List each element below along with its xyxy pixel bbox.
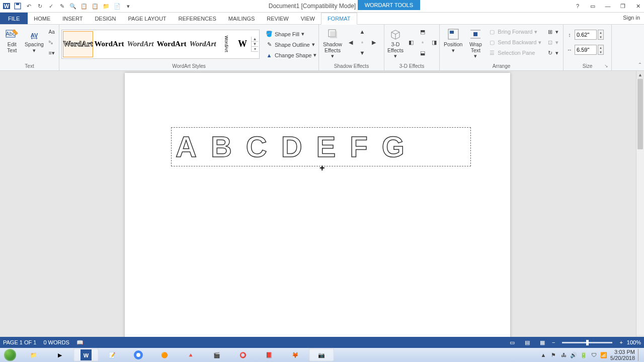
tilt-down-icon[interactable]: ⬓ <box>417 48 428 58</box>
app-icon[interactable]: 🎬 <box>204 348 229 361</box>
word-icon[interactable]: W <box>2 2 11 11</box>
zoom-level[interactable]: 100% <box>627 339 641 345</box>
redo-icon[interactable]: ↻ <box>35 2 44 11</box>
show-desktop-button[interactable] <box>638 349 642 361</box>
chrome-icon[interactable] <box>126 348 151 361</box>
scroll-up-icon[interactable]: ▲ <box>636 71 644 79</box>
zoom-slider[interactable] <box>562 342 612 343</box>
help-icon[interactable]: ? <box>574 2 582 10</box>
qat-icon[interactable]: 📋 <box>79 2 89 11</box>
width-spinner[interactable]: ▲▼ <box>598 45 604 55</box>
even-height-button[interactable]: Aa <box>47 27 57 37</box>
app-icon[interactable]: 📝 <box>100 348 125 361</box>
rotate-button[interactable]: ↻▾ <box>544 48 560 58</box>
qat-icon[interactable]: ✎ <box>57 2 66 11</box>
mediaplayer-icon[interactable]: ▶ <box>47 348 72 361</box>
3d-effects-button[interactable]: 3-D Effects ▾ <box>386 26 405 60</box>
gallery-down-icon[interactable]: ▼ <box>252 42 258 47</box>
tab-review[interactable]: REVIEW <box>261 13 294 24</box>
nudge-center-icon[interactable]: ◦ <box>357 37 368 47</box>
tab-insert[interactable]: INSERT <box>56 13 89 24</box>
tab-references[interactable]: REFERENCES <box>173 13 222 24</box>
tab-file[interactable]: FILE <box>0 13 28 24</box>
gallery-item[interactable]: WordArt <box>94 31 124 57</box>
word-count[interactable]: 0 WORDS <box>43 339 69 345</box>
tab-view[interactable]: VIEW <box>295 13 321 24</box>
ribbon-display-icon[interactable]: ▭ <box>589 2 597 10</box>
gallery-item[interactable]: WordArt <box>63 31 93 57</box>
position-button[interactable]: Position ▾ <box>442 26 464 54</box>
bring-forward-button[interactable]: ▢Bring Forward▾ <box>487 27 543 37</box>
shadow-effects-button[interactable]: Shadow Effects ▾ <box>321 26 344 60</box>
gallery-item[interactable]: WordArt <box>188 31 218 57</box>
app-icon[interactable]: 🟠 <box>152 348 177 361</box>
nudge-left-icon[interactable]: ◀ <box>345 37 356 47</box>
flag-icon[interactable]: ⚑ <box>550 351 557 358</box>
document-area[interactable]: A B C D E F G + <box>0 71 636 343</box>
vertical-scrollbar[interactable]: ▲ ▼ <box>636 71 644 343</box>
nudge-down-icon[interactable]: ▼ <box>357 48 368 58</box>
explorer-icon[interactable]: 📁 <box>21 348 46 361</box>
collapse-ribbon-icon[interactable]: ˆ <box>639 62 641 69</box>
firefox-icon[interactable]: 🦊 <box>283 348 308 361</box>
scroll-thumb[interactable] <box>637 79 643 149</box>
tilt-center-icon[interactable]: ◦ <box>417 37 428 47</box>
gallery-item[interactable]: WordArt <box>125 31 155 57</box>
network-icon[interactable]: 🖧 <box>560 351 567 358</box>
shield-icon[interactable]: 🛡 <box>590 351 597 358</box>
page-indicator[interactable]: PAGE 1 OF 1 <box>3 339 36 345</box>
height-input[interactable]: 0.62" <box>575 30 597 40</box>
gallery-item[interactable]: WordArt <box>219 31 234 57</box>
shape-outline-button[interactable]: ✎Shape Outline▾ <box>264 40 318 50</box>
change-shape-button[interactable]: ▲Change Shape▾ <box>264 50 318 60</box>
wifi-icon[interactable]: 📶 <box>600 351 607 358</box>
tilt-up-icon[interactable]: ⬒ <box>417 27 428 37</box>
tab-page-layout[interactable]: PAGE LAYOUT <box>122 13 173 24</box>
save-icon[interactable] <box>13 2 22 11</box>
qat-icon[interactable]: 🔍 <box>68 2 77 11</box>
read-mode-icon[interactable]: ▭ <box>507 338 518 346</box>
nudge-up-icon[interactable]: ▲ <box>357 27 368 37</box>
gallery-more-icon[interactable]: ▾ <box>252 47 258 52</box>
clock[interactable]: 3:03 PM 5/20/2018 <box>610 349 635 361</box>
tab-design[interactable]: DESIGN <box>89 13 122 24</box>
opera-icon[interactable]: ⭕ <box>230 348 256 361</box>
shape-fill-button[interactable]: 🪣Shape Fill▾ <box>264 29 318 39</box>
proofing-icon[interactable]: 📖 <box>76 339 84 346</box>
vlc-icon[interactable]: 🔺 <box>178 348 203 361</box>
print-layout-icon[interactable]: ▤ <box>522 338 533 346</box>
maximize-icon[interactable]: ❐ <box>619 2 627 10</box>
sign-in-link[interactable]: Sign in <box>623 15 640 21</box>
qat-icon[interactable]: 📄 <box>113 2 122 11</box>
height-spinner[interactable]: ▲▼ <box>598 30 604 40</box>
volume-icon[interactable]: 🔊 <box>570 351 577 358</box>
zoom-in-icon[interactable]: + <box>619 339 622 345</box>
align-button[interactable]: ⊞▾ <box>544 27 560 37</box>
start-button[interactable] <box>1 348 19 361</box>
wordart-object[interactable]: A B C D E F G + <box>171 127 471 166</box>
size-launcher-icon[interactable]: ↘ <box>604 63 610 69</box>
tab-mailings[interactable]: MAILINGS <box>222 13 261 24</box>
camera-icon[interactable]: 📷 <box>309 348 334 361</box>
spacing-button[interactable]: AV Spacing ▾ <box>23 26 45 54</box>
gallery-item[interactable]: WordArt <box>156 31 187 57</box>
gallery-item[interactable]: W <box>235 31 250 57</box>
tilt-left-icon[interactable]: ◧ <box>406 37 417 47</box>
send-backward-button[interactable]: ▢Send Backward▾ <box>487 37 543 47</box>
close-icon[interactable]: ✕ <box>634 2 642 10</box>
wrap-text-button[interactable]: Wrap Text ▾ <box>465 26 486 60</box>
web-layout-icon[interactable]: ▦ <box>537 338 548 346</box>
selection-pane-button[interactable]: ☰Selection Pane <box>487 48 543 58</box>
qat-icon[interactable]: 📁 <box>102 2 111 11</box>
tab-home[interactable]: HOME <box>28 13 56 24</box>
group-button[interactable]: ⊡▾ <box>544 37 560 47</box>
nudge-right-icon[interactable]: ▶ <box>368 37 379 47</box>
vertical-text-button[interactable]: ᵇₐ <box>47 37 57 47</box>
adobe-icon[interactable]: 📕 <box>257 348 282 361</box>
tray-up-icon[interactable]: ▲ <box>540 351 547 358</box>
qat-icon[interactable]: 📋 <box>91 2 100 11</box>
zoom-out-icon[interactable]: − <box>552 339 555 345</box>
tilt-right-icon[interactable]: ◨ <box>429 37 440 47</box>
minimize-icon[interactable]: — <box>604 2 612 10</box>
undo-icon[interactable]: ↶ <box>24 2 33 11</box>
